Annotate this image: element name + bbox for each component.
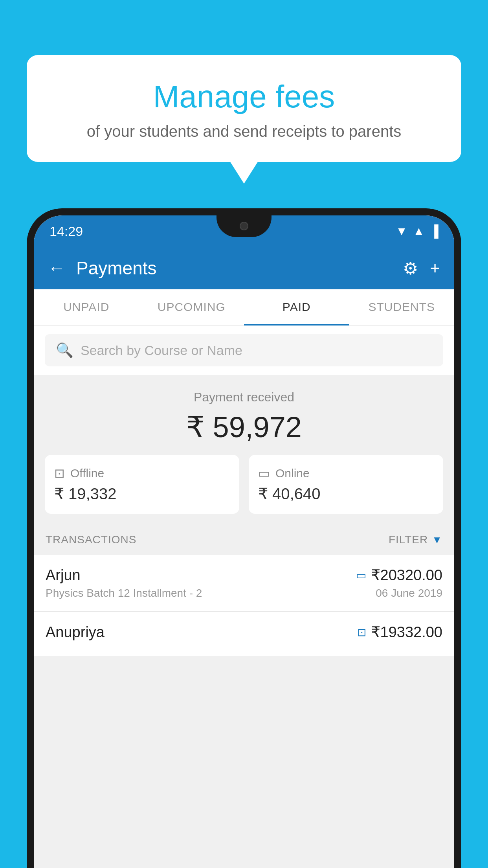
online-card: ▭ Online ₹ 40,640 (249, 455, 443, 514)
transaction-name: Arjun (46, 567, 81, 584)
payment-summary: Payment received ₹ 59,972 ⊡ Offline ₹ 19… (34, 375, 454, 525)
transaction-top-2: Anupriya ⊡ ₹19332.00 (46, 623, 442, 641)
search-container: 🔍 Search by Course or Name (34, 326, 454, 375)
battery-icon: ▐ (430, 224, 438, 238)
filter-icon: ▼ (432, 534, 442, 546)
transaction-amount: ₹20320.00 (371, 566, 443, 584)
tab-paid[interactable]: PAID (244, 289, 349, 325)
signal-icon: ▲ (413, 224, 425, 238)
transactions-header: TRANSACTIONS FILTER ▼ (34, 525, 454, 555)
transaction-top: Arjun ▭ ₹20320.00 (46, 566, 442, 584)
offline-payment-icon: ⊡ (357, 626, 366, 639)
offline-card: ⊡ Offline ₹ 19,332 (45, 455, 239, 514)
notch-camera (240, 222, 248, 230)
transaction-name-2: Anupriya (46, 624, 105, 641)
online-card-header: ▭ Online (258, 466, 434, 481)
search-icon: 🔍 (56, 342, 73, 359)
speech-bubble-container: Manage fees of your students and send re… (27, 55, 461, 184)
search-placeholder-text: Search by Course or Name (81, 343, 242, 358)
transaction-date: 06 June 2019 (376, 587, 442, 600)
phone-frame: 14:29 ▼ ▲ ▐ ← Payments ⚙ + UNPAID (27, 208, 461, 868)
add-icon[interactable]: + (430, 258, 440, 278)
back-button[interactable]: ← (48, 258, 65, 278)
search-bar[interactable]: 🔍 Search by Course or Name (45, 334, 443, 366)
status-icons: ▼ ▲ ▐ (396, 224, 438, 238)
filter-button[interactable]: FILTER ▼ (389, 533, 442, 546)
status-time: 14:29 (50, 224, 83, 239)
status-bar: 14:29 ▼ ▲ ▐ (34, 215, 454, 247)
header-icons: ⚙ + (403, 258, 440, 278)
transaction-row[interactable]: Anupriya ⊡ ₹19332.00 (34, 612, 454, 656)
transaction-bottom: Physics Batch 12 Installment - 2 06 June… (46, 587, 442, 600)
phone-screen: 14:29 ▼ ▲ ▐ ← Payments ⚙ + UNPAID (34, 215, 454, 868)
online-icon: ▭ (258, 466, 270, 481)
speech-bubble-title: Manage fees (54, 79, 434, 115)
offline-type: Offline (70, 467, 104, 480)
speech-bubble-subtitle: of your students and send receipts to pa… (54, 123, 434, 140)
offline-card-header: ⊡ Offline (54, 466, 230, 481)
wifi-icon: ▼ (396, 224, 407, 238)
tab-upcoming[interactable]: UPCOMING (139, 289, 244, 325)
header-title: Payments (76, 257, 403, 279)
online-type: Online (275, 467, 310, 480)
app-header: ← Payments ⚙ + (34, 247, 454, 289)
payment-cards: ⊡ Offline ₹ 19,332 ▭ Online ₹ 40,640 (45, 455, 443, 514)
online-amount: ₹ 40,640 (258, 485, 434, 503)
payment-label: Payment received (45, 390, 443, 405)
notch (216, 215, 272, 237)
transactions-label: TRANSACTIONS (46, 533, 136, 546)
tab-unpaid[interactable]: UNPAID (34, 289, 139, 325)
offline-icon: ⊡ (54, 466, 65, 481)
filter-label: FILTER (389, 533, 428, 546)
online-payment-icon: ▭ (356, 569, 366, 582)
transaction-row[interactable]: Arjun ▭ ₹20320.00 Physics Batch 12 Insta… (34, 555, 454, 612)
speech-bubble-arrow (230, 162, 258, 184)
transaction-course: Physics Batch 12 Installment - 2 (46, 587, 202, 600)
transaction-amount-2: ₹19332.00 (371, 623, 443, 641)
payment-amount: ₹ 59,972 (45, 410, 443, 444)
settings-icon[interactable]: ⚙ (403, 258, 418, 278)
tab-students[interactable]: STUDENTS (349, 289, 455, 325)
transaction-amount-row-2: ⊡ ₹19332.00 (357, 623, 443, 641)
transaction-amount-row: ▭ ₹20320.00 (356, 566, 443, 584)
tabs: UNPAID UPCOMING PAID STUDENTS (34, 289, 454, 326)
offline-amount: ₹ 19,332 (54, 485, 230, 503)
speech-bubble: Manage fees of your students and send re… (27, 55, 461, 162)
